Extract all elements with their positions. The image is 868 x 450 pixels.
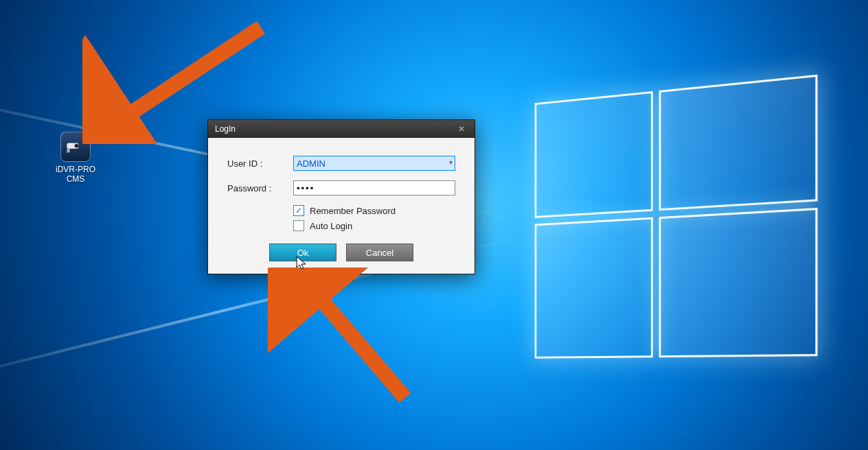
remember-password-row[interactable]: ✓ Remember Password — [293, 205, 455, 216]
dialog-title: LogIn — [215, 124, 236, 134]
annotation-arrow-to-ok — [268, 268, 419, 412]
password-input[interactable] — [293, 180, 455, 196]
svg-line-3 — [110, 27, 261, 127]
auto-login-checkbox[interactable]: ✓ — [293, 220, 304, 231]
user-id-input[interactable] — [293, 156, 455, 171]
dialog-titlebar[interactable]: LogIn ✕ — [208, 120, 475, 138]
cancel-button[interactable]: Cancel — [346, 244, 413, 261]
user-id-label: User ID : — [227, 158, 293, 169]
icon-label: iDVR-PROCMS — [54, 165, 98, 184]
auto-login-label: Auto Login — [310, 221, 352, 231]
auto-login-row[interactable]: ✓ Auto Login — [293, 220, 455, 231]
desktop-icon-idvr-cms[interactable]: iDVR-PROCMS — [54, 132, 98, 184]
svg-line-4 — [306, 281, 405, 398]
close-icon[interactable]: ✕ — [453, 123, 470, 135]
svg-rect-2 — [67, 149, 69, 153]
remember-password-label: Remember Password — [310, 206, 396, 216]
login-dialog: LogIn ✕ User ID : ▾ Password : ✓ Remembe… — [207, 119, 475, 274]
password-label: Password : — [227, 183, 293, 193]
svg-point-1 — [75, 144, 79, 148]
windows-logo-backdrop — [535, 74, 825, 365]
ok-button[interactable]: Ok — [269, 244, 336, 261]
remember-password-checkbox[interactable]: ✓ — [293, 205, 304, 216]
camera-icon — [60, 132, 91, 162]
